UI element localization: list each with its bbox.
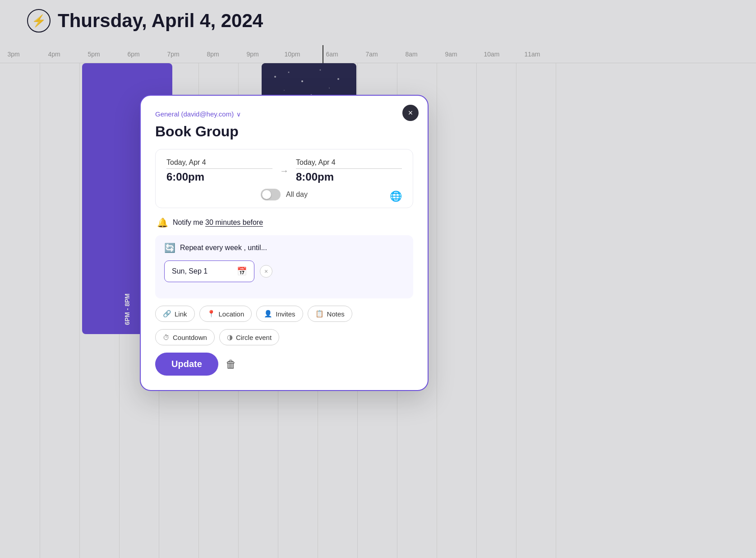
invites-tag-button[interactable]: 👤 Invites <box>256 306 303 322</box>
bell-icon: 🔔 <box>157 217 168 228</box>
tag-row-1: 🔗 Link 📍 Location 👤 Invites 📋 Notes <box>155 306 413 322</box>
bottom-row: Update 🗑 <box>155 353 413 376</box>
calendar-grid-icon: 📅 <box>237 266 247 276</box>
clear-date-button[interactable]: × <box>260 265 272 278</box>
delete-button[interactable]: 🗑 <box>226 358 236 371</box>
start-date: Today, Apr 4 <box>166 158 272 169</box>
account-label: General (david@hey.com) <box>155 110 234 118</box>
repeat-section: 🔄 Repeat every week , until... Sun, Sep … <box>155 235 413 298</box>
end-date: Today, Apr 4 <box>296 158 402 169</box>
modal-account-row[interactable]: General (david@hey.com) ∨ <box>155 110 413 118</box>
location-label: Location <box>219 310 244 318</box>
countdown-label: Countdown <box>173 334 207 341</box>
repeat-icon: 🔄 <box>164 242 175 253</box>
countdown-icon: ⏱ <box>163 334 170 341</box>
circle-label: Circle event <box>236 334 272 341</box>
close-button[interactable]: × <box>402 105 419 121</box>
chevron-down-icon: ∨ <box>236 111 241 118</box>
person-icon: 👤 <box>264 310 272 318</box>
circle-icon: ◑ <box>227 333 233 341</box>
link-tag-button[interactable]: 🔗 Link <box>155 306 195 322</box>
link-label: Link <box>175 310 187 318</box>
start-time: 6:00pm <box>166 171 272 183</box>
notify-row[interactable]: 🔔 Notify me 30 minutes before <box>155 217 413 228</box>
notify-text: Notify me 30 minutes before <box>173 219 263 227</box>
update-button[interactable]: Update <box>155 353 218 376</box>
repeat-row[interactable]: 🔄 Repeat every week , until... <box>162 242 406 253</box>
until-date-input[interactable]: Sun, Sep 1 📅 <box>164 260 254 282</box>
invites-label: Invites <box>276 310 295 318</box>
until-date-row: Sun, Sep 1 📅 × <box>162 260 406 282</box>
event-modal: × General (david@hey.com) ∨ Book Group T… <box>140 95 429 391</box>
start-datetime[interactable]: Today, Apr 4 6:00pm <box>166 158 272 183</box>
notes-tag-button[interactable]: 📋 Notes <box>308 306 352 322</box>
arrow-icon: → <box>272 166 296 176</box>
allday-label: All day <box>286 191 308 199</box>
link-icon: 🔗 <box>163 310 171 318</box>
location-icon: 📍 <box>207 310 216 318</box>
globe-icon[interactable]: 🌐 <box>390 191 402 202</box>
end-datetime[interactable]: Today, Apr 4 8:00pm <box>296 158 402 183</box>
end-time: 8:00pm <box>296 171 402 183</box>
tag-row-2: ⏱ Countdown ◑ Circle event <box>155 329 413 345</box>
notes-icon: 📋 <box>315 310 324 318</box>
toggle-knob <box>262 190 271 199</box>
location-tag-button[interactable]: 📍 Location <box>199 306 252 322</box>
datetime-section: Today, Apr 4 6:00pm → Today, Apr 4 8:00p… <box>155 149 413 208</box>
repeat-text: Repeat every week , until... <box>180 244 267 252</box>
countdown-tag-button[interactable]: ⏱ Countdown <box>155 329 215 345</box>
notes-label: Notes <box>327 310 345 318</box>
allday-toggle[interactable] <box>261 189 281 200</box>
until-date-value: Sun, Sep 1 <box>172 267 207 275</box>
event-title: Book Group <box>155 123 413 140</box>
circle-event-tag-button[interactable]: ◑ Circle event <box>219 329 279 345</box>
